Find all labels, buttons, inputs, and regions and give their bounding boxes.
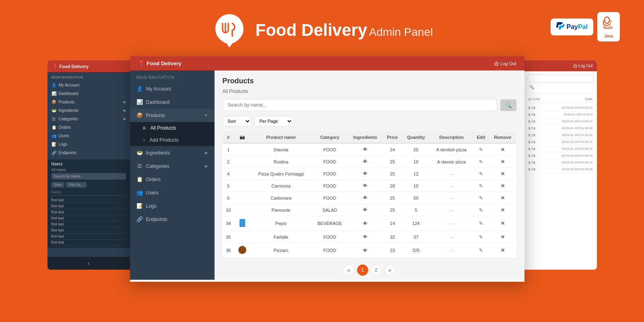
product-image-blue bbox=[239, 219, 245, 227]
mini-dashboard-label: Dashboard bbox=[59, 91, 78, 96]
sidebar-sub-all-products[interactable]: ≡ All Products bbox=[130, 122, 215, 134]
edit-icon[interactable]: ✎ bbox=[479, 234, 483, 240]
edit-icon[interactable]: ✎ bbox=[479, 171, 483, 177]
mini-nav-logs[interactable]: 📝 Logs bbox=[47, 140, 130, 149]
per-page-select[interactable]: Per Page bbox=[254, 116, 293, 126]
cell-description: — bbox=[430, 216, 473, 231]
search-button[interactable]: 🔍 bbox=[500, 99, 516, 111]
cell-ingredients: 👁 bbox=[348, 204, 383, 216]
sidebar-item-users[interactable]: 👥 Users bbox=[130, 186, 215, 199]
edit-icon[interactable]: ✎ bbox=[479, 183, 483, 189]
remove-icon[interactable]: ✕ bbox=[501, 195, 505, 201]
table-row: 6 Carbonara FOOD 👁 25 50 — ✎ ✕ bbox=[223, 192, 516, 204]
remove-icon[interactable]: ✕ bbox=[501, 248, 505, 253]
remove-icon[interactable]: ✕ bbox=[501, 159, 505, 165]
mini-search-box: Search by name... bbox=[52, 173, 126, 180]
mini-nav-my-account[interactable]: 👤 My Account bbox=[47, 81, 130, 89]
mini-nav-endpoints[interactable]: 🔗 Endpoints bbox=[47, 149, 130, 157]
remove-icon[interactable]: ✕ bbox=[501, 171, 505, 177]
view-ingredients-icon[interactable]: 👁 bbox=[363, 195, 368, 201]
search-input[interactable] bbox=[223, 99, 497, 111]
cell-remove: ✕ bbox=[489, 231, 516, 243]
remove-icon[interactable]: ✕ bbox=[501, 207, 505, 213]
cell-img bbox=[234, 156, 250, 168]
cell-ingredients: 👁 bbox=[348, 216, 383, 231]
view-ingredients-icon[interactable]: 👁 bbox=[363, 159, 368, 165]
remove-icon[interactable]: ✕ bbox=[501, 183, 505, 189]
view-ingredients-icon[interactable]: 👁 bbox=[363, 183, 368, 189]
cell-price: 25 bbox=[383, 192, 402, 204]
mini-users-label: Users bbox=[59, 134, 69, 138]
edit-icon[interactable]: ✎ bbox=[479, 159, 483, 165]
right-date: 2019-01-28T13:24:8 bbox=[564, 113, 593, 117]
edit-icon[interactable]: ✎ bbox=[479, 207, 483, 213]
sidebar-item-dashboard[interactable]: 📊 Dashboard bbox=[130, 95, 215, 109]
mini-account-icon: 👤 bbox=[52, 83, 56, 87]
right-cost: 9.74 bbox=[528, 113, 536, 117]
mini-categories-arrow: ▶ bbox=[124, 117, 126, 121]
view-ingredients-icon[interactable]: 👁 bbox=[363, 234, 368, 240]
main-panel-header: 📍 Food Delivery ⏻ Log Out bbox=[130, 56, 524, 70]
mini-categories-label: Categories bbox=[59, 117, 78, 121]
table-row: 35 Farfalle FOOD 👁 32 37 — ✎ ✕ bbox=[223, 231, 516, 243]
mini-nav-products[interactable]: 📦 Products ▶ bbox=[47, 98, 130, 106]
edit-icon[interactable]: ✎ bbox=[479, 147, 483, 153]
cell-price: 25 bbox=[383, 204, 402, 216]
remove-icon[interactable]: ✕ bbox=[501, 234, 505, 240]
mini-sort-btn[interactable]: Sort bbox=[52, 182, 65, 188]
cell-quantity: 12 bbox=[402, 168, 430, 180]
cell-description: — bbox=[430, 231, 473, 243]
sidebar-item-logs[interactable]: 📝 Logs bbox=[130, 199, 215, 213]
java-badge: Java bbox=[597, 12, 620, 41]
add-products-label: Add Products bbox=[150, 137, 179, 143]
account-icon: 👤 bbox=[136, 86, 143, 92]
view-ingredients-icon[interactable]: 👁 bbox=[363, 248, 368, 254]
sidebar-item-products[interactable]: 📦 Products ▼ bbox=[130, 109, 215, 122]
cell-category: FOOD bbox=[312, 143, 348, 156]
cell-img bbox=[234, 243, 250, 258]
view-ingredients-icon[interactable]: 👁 bbox=[363, 207, 368, 213]
sidebar-item-ingredients[interactable]: 🥗 Ingredients ▶ bbox=[130, 146, 215, 159]
cell-quantity: 10 bbox=[402, 180, 430, 192]
mini-nav-orders[interactable]: 📋 Orders bbox=[47, 123, 130, 132]
remove-icon[interactable]: ✕ bbox=[501, 147, 505, 153]
mini-nav-users[interactable]: 👥 Users bbox=[47, 132, 130, 140]
right-search-input[interactable] bbox=[528, 74, 594, 83]
mini-per-page-btn[interactable]: Per Pa... bbox=[66, 182, 87, 188]
sidebar-item-my-account[interactable]: 👤 My Account bbox=[130, 82, 215, 95]
ingredients-label: Ingredients bbox=[146, 150, 170, 156]
edit-icon[interactable]: ✎ bbox=[479, 248, 483, 253]
mini-products-icon: 📦 bbox=[52, 100, 56, 104]
cell-quantity: 124 bbox=[402, 216, 430, 231]
logout-button[interactable]: ⏻ Log Out bbox=[494, 61, 516, 66]
sidebar-item-endpoints[interactable]: 🔗 Endpoints bbox=[130, 213, 215, 226]
mini-user-row: first last bbox=[52, 215, 126, 221]
edit-icon[interactable]: ✎ bbox=[479, 195, 483, 201]
mini-nav-dashboard[interactable]: 📊 Dashboard bbox=[47, 89, 130, 98]
view-ingredients-icon[interactable]: 👁 bbox=[363, 147, 368, 153]
cell-category: SALAD bbox=[312, 204, 348, 216]
mini-products-label: Products bbox=[59, 100, 74, 104]
sort-select[interactable]: Sort bbox=[223, 116, 251, 126]
pagination-page-1[interactable]: 1 bbox=[357, 264, 368, 276]
pagination-page-2[interactable]: 2 bbox=[371, 264, 382, 276]
sidebar-sub-add-products[interactable]: + Add Products bbox=[130, 134, 215, 146]
cell-remove: ✕ bbox=[489, 204, 516, 216]
view-ingredients-icon[interactable]: 👁 bbox=[363, 221, 368, 227]
edit-icon[interactable]: ✎ bbox=[479, 221, 483, 226]
cell-img bbox=[234, 192, 250, 204]
mini-nav-ingredients[interactable]: 🥗 Ingredients ▶ bbox=[47, 106, 130, 115]
remove-icon[interactable]: ✕ bbox=[501, 221, 505, 226]
pagination-prev[interactable]: « bbox=[343, 264, 355, 276]
right-logout-label[interactable]: ⏻ Log Out bbox=[573, 64, 592, 68]
sidebar-item-categories[interactable]: ☰ Categories ▶ bbox=[130, 159, 215, 173]
cell-remove: ✕ bbox=[489, 168, 516, 180]
page-subtitle: All Products bbox=[223, 89, 516, 94]
pagination-next[interactable]: » bbox=[384, 264, 396, 276]
cell-img bbox=[234, 180, 250, 192]
collapse-arrow-icon[interactable]: ‹ bbox=[88, 260, 90, 266]
cell-id: 35 bbox=[223, 231, 235, 243]
view-ingredients-icon[interactable]: 👁 bbox=[363, 171, 368, 177]
sidebar-item-orders[interactable]: 📋 Orders bbox=[130, 173, 215, 186]
mini-nav-categories[interactable]: ☰ Categories ▶ bbox=[47, 115, 130, 123]
